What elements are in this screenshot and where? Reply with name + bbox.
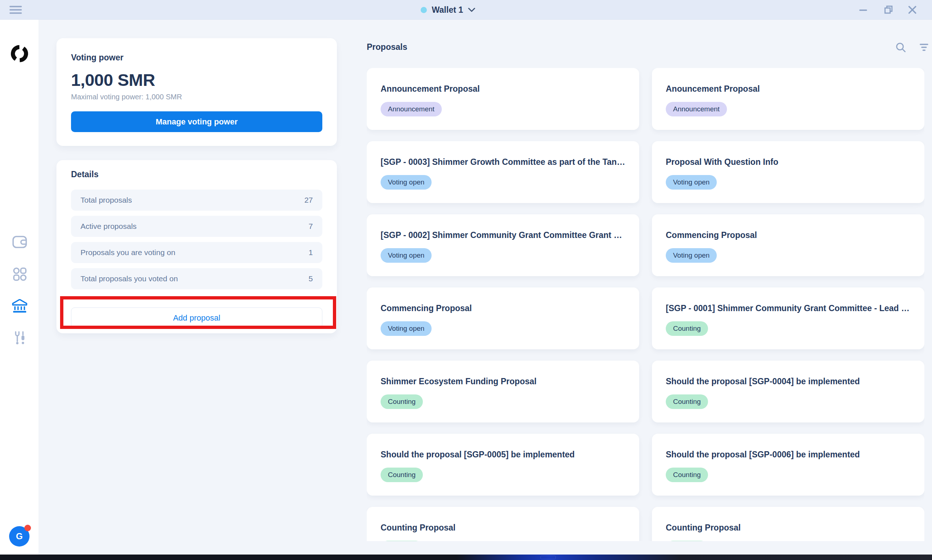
sidebar-item-governance[interactable] (12, 298, 28, 314)
details-row-label: Proposals you are voting on (80, 248, 175, 257)
proposal-title: Proposal With Question Info (666, 157, 910, 167)
restore-button[interactable] (878, 0, 899, 20)
manage-voting-power-button[interactable]: Manage voting power (71, 111, 322, 132)
proposal-status-badge: Voting open (666, 248, 717, 263)
proposal-status-badge: Voting open (666, 175, 717, 189)
details-rows: Total proposals 27 Active proposals 7 Pr… (71, 189, 322, 289)
proposal-status-badge: Counting (666, 321, 708, 336)
proposal-card[interactable]: Should the proposal [SGP-0005] be implem… (367, 434, 639, 495)
proposal-card[interactable]: [SGP - 0003] Shimmer Growth Committee as… (367, 141, 639, 203)
sidebar: G (0, 20, 39, 555)
minimize-button[interactable] (853, 0, 873, 20)
proposal-title: Announcement Proposal (381, 84, 625, 94)
proposal-title: Should the proposal [SGP-0005] be implem… (381, 450, 625, 460)
proposal-title: [SGP - 0003] Shimmer Growth Committee as… (381, 157, 625, 167)
proposal-card[interactable]: Counting Proposal Counting (652, 507, 924, 541)
hamburger-menu-icon[interactable] (9, 5, 22, 15)
proposal-title: [SGP - 0001] Shimmer Community Grant Com… (666, 303, 910, 313)
proposal-status-badge: Voting open (381, 321, 432, 336)
wallet-color-dot (421, 7, 427, 13)
taskbar-app-button[interactable] (540, 555, 556, 559)
proposal-title: Should the proposal [SGP-0006] be implem… (666, 450, 910, 460)
details-row-value: 1 (309, 248, 313, 257)
settings-tools-icon (13, 331, 26, 345)
proposal-title: Commencing Proposal (666, 230, 910, 240)
search-button[interactable] (894, 41, 907, 54)
collectibles-icon (12, 267, 27, 281)
notification-dot (25, 525, 31, 531)
proposal-title: Should the proposal [SGP-0004] be implem… (666, 377, 910, 386)
proposal-card[interactable]: Proposal With Question Info Voting open (652, 141, 924, 203)
proposal-status-badge: Counting (381, 468, 423, 482)
proposal-title: Commencing Proposal (381, 303, 625, 313)
voting-power-amount: 1,000 SMR (71, 70, 322, 90)
proposal-status-badge: Voting open (381, 175, 432, 189)
close-button[interactable] (902, 0, 923, 20)
details-row: Total proposals 27 (71, 189, 322, 211)
filter-icon (919, 43, 929, 52)
proposal-card[interactable]: Commencing Proposal Voting open (367, 288, 639, 349)
wallet-icon (12, 235, 27, 249)
proposals-title: Proposals (367, 42, 407, 52)
add-proposal-button[interactable]: Add proposal (71, 308, 322, 328)
sidebar-item-wallet[interactable] (12, 234, 28, 249)
voting-power-max-label: Maximal voting power: 1,000 SMR (71, 93, 322, 101)
proposal-card[interactable]: Announcement Proposal Announcement (367, 68, 639, 130)
proposal-status-badge: Voting open (381, 248, 432, 263)
proposal-card[interactable]: [SGP - 0002] Shimmer Community Grant Com… (367, 214, 639, 276)
details-title: Details (71, 169, 322, 179)
proposal-card[interactable]: Anouncement Proposal Announcement (652, 68, 924, 130)
profile-avatar-wrap: G (9, 526, 30, 547)
voting-power-title: Voting power (71, 53, 322, 63)
titlebar: Wallet 1 (0, 0, 932, 20)
app-window: Wallet 1 (0, 0, 932, 560)
details-panel: Details Total proposals 27 Active propos… (56, 160, 337, 333)
details-row-label: Total proposals you voted on (80, 274, 178, 283)
details-row-value: 5 (309, 274, 313, 283)
proposal-title: Shimmer Ecosystem Funding Proposal (381, 377, 625, 386)
chevron-down-icon (468, 8, 475, 12)
sidebar-item-settings[interactable] (12, 331, 28, 346)
governance-bank-icon (12, 299, 27, 313)
proposal-title: Counting Proposal (666, 523, 910, 533)
proposal-status-badge: Counting (666, 468, 708, 482)
shimmer-logo (9, 44, 29, 64)
search-icon (895, 42, 906, 53)
proposal-card[interactable]: Counting Proposal Counting (367, 507, 639, 541)
proposal-title: Counting Proposal (381, 523, 625, 533)
details-row-label: Active proposals (80, 222, 137, 231)
details-row: Active proposals 7 (71, 216, 322, 237)
proposals-header-actions (894, 41, 930, 54)
proposal-status-badge: Announcement (666, 102, 727, 117)
proposal-card[interactable]: [SGP - 0001] Shimmer Community Grant Com… (652, 288, 924, 349)
details-row-value: 27 (304, 196, 313, 205)
proposal-card[interactable]: Shimmer Ecosystem Funding Proposal Count… (367, 361, 639, 423)
details-row: Total proposals you voted on 5 (71, 268, 322, 289)
proposal-title: [SGP - 0002] Shimmer Community Grant Com… (381, 230, 625, 240)
proposal-card[interactable]: Commencing Proposal Voting open (652, 214, 924, 276)
proposal-status-badge: Counting (381, 394, 423, 409)
details-row-value: 7 (309, 222, 313, 231)
proposal-status-badge: Counting (666, 394, 708, 409)
voting-power-panel: Voting power 1,000 SMR Maximal voting po… (56, 38, 337, 146)
details-row-label: Total proposals (80, 196, 132, 205)
filter-button[interactable] (917, 41, 930, 54)
wallet-selector[interactable]: Wallet 1 (410, 0, 486, 20)
proposals-grid: Announcement Proposal Announcement Anoun… (367, 68, 924, 541)
proposal-card[interactable]: Should the proposal [SGP-0006] be implem… (652, 434, 924, 495)
proposal-status-badge: Counting (666, 541, 708, 541)
proposal-title: Anouncement Proposal (666, 84, 910, 94)
sidebar-item-collectibles[interactable] (12, 266, 28, 282)
details-row: Proposals you are voting on 1 (71, 242, 322, 263)
proposal-status-badge: Announcement (381, 102, 442, 117)
sidebar-nav (0, 234, 39, 346)
taskbar (0, 555, 932, 560)
wallet-name: Wallet 1 (432, 5, 463, 15)
proposal-card[interactable]: Should the proposal [SGP-0004] be implem… (652, 361, 924, 423)
proposal-status-badge: Counting (381, 541, 423, 541)
